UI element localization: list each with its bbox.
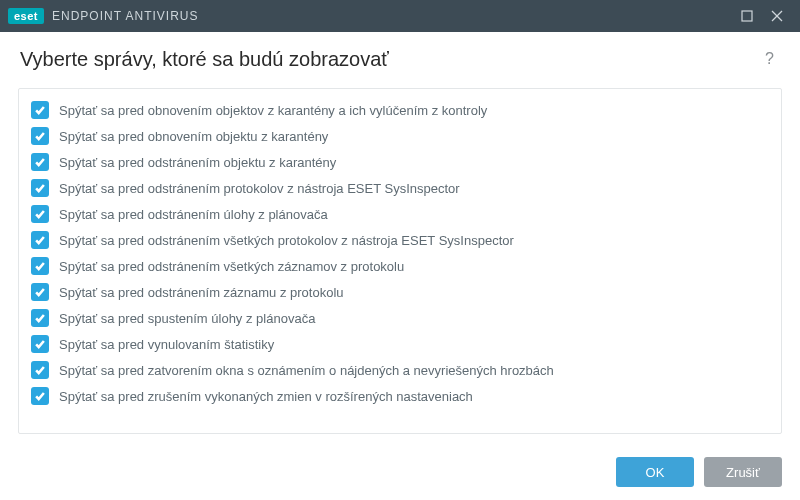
window-minimize-button[interactable] xyxy=(732,0,762,32)
check-icon xyxy=(34,182,46,194)
checkbox[interactable] xyxy=(31,283,49,301)
list-item-label: Spýtať sa pred obnovením objektov z kara… xyxy=(59,103,487,118)
check-icon xyxy=(34,260,46,272)
dialog-footer: OK Zrušiť xyxy=(0,444,800,500)
check-icon xyxy=(34,208,46,220)
checkbox[interactable] xyxy=(31,101,49,119)
check-icon xyxy=(34,390,46,402)
close-icon xyxy=(771,10,783,22)
checkbox[interactable] xyxy=(31,231,49,249)
checkbox[interactable] xyxy=(31,335,49,353)
check-icon xyxy=(34,364,46,376)
list-item: Spýtať sa pred odstránením objektu z kar… xyxy=(29,149,775,175)
check-icon xyxy=(34,234,46,246)
list-item: Spýtať sa pred odstránením všetkých zázn… xyxy=(29,253,775,279)
brand-text: ENDPOINT ANTIVIRUS xyxy=(52,9,198,23)
check-icon xyxy=(34,156,46,168)
titlebar: eset ENDPOINT ANTIVIRUS xyxy=(0,0,800,32)
list-item-label: Spýtať sa pred zatvorením okna s oznámen… xyxy=(59,363,554,378)
svg-rect-0 xyxy=(742,11,752,21)
list-item-label: Spýtať sa pred odstránením protokolov z … xyxy=(59,181,460,196)
message-list-frame: Spýtať sa pred obnovením objektov z kara… xyxy=(18,88,782,434)
list-item-label: Spýtať sa pred odstránením objektu z kar… xyxy=(59,155,336,170)
list-item: Spýtať sa pred obnovením objektov z kara… xyxy=(29,97,775,123)
list-item: Spýtať sa pred vynulovaním štatistiky xyxy=(29,331,775,357)
list-item: Spýtať sa pred zrušením vykonaných zmien… xyxy=(29,383,775,409)
check-icon xyxy=(34,104,46,116)
check-icon xyxy=(34,312,46,324)
message-list-scroll[interactable]: Spýtať sa pred obnovením objektov z kara… xyxy=(19,89,781,433)
list-item-label: Spýtať sa pred odstránením úlohy z pláno… xyxy=(59,207,328,222)
list-item: Spýtať sa pred obnovením objektu z karan… xyxy=(29,123,775,149)
check-icon xyxy=(34,286,46,298)
checkbox[interactable] xyxy=(31,309,49,327)
checkbox[interactable] xyxy=(31,387,49,405)
list-item-label: Spýtať sa pred odstránením všetkých zázn… xyxy=(59,259,404,274)
cancel-button[interactable]: Zrušiť xyxy=(704,457,782,487)
list-item-label: Spýtať sa pred odstránením záznamu z pro… xyxy=(59,285,344,300)
checkbox[interactable] xyxy=(31,205,49,223)
list-item: Spýtať sa pred spustením úlohy z plánova… xyxy=(29,305,775,331)
list-item-label: Spýtať sa pred obnovením objektu z karan… xyxy=(59,129,328,144)
ok-button[interactable]: OK xyxy=(616,457,694,487)
check-icon xyxy=(34,130,46,142)
dialog-header: Vyberte správy, ktoré sa budú zobrazovať… xyxy=(0,32,800,82)
list-item: Spýtať sa pred odstránením protokolov z … xyxy=(29,175,775,201)
checkbox[interactable] xyxy=(31,361,49,379)
check-icon xyxy=(34,338,46,350)
minimize-icon xyxy=(741,10,753,22)
dialog-title: Vyberte správy, ktoré sa budú zobrazovať xyxy=(20,48,389,71)
list-item: Spýtať sa pred odstránením všetkých prot… xyxy=(29,227,775,253)
checkbox[interactable] xyxy=(31,179,49,197)
window-close-button[interactable] xyxy=(762,0,792,32)
list-item: Spýtať sa pred odstránením záznamu z pro… xyxy=(29,279,775,305)
list-item-label: Spýtať sa pred vynulovaním štatistiky xyxy=(59,337,274,352)
help-button[interactable]: ? xyxy=(759,46,780,72)
brand-badge: eset xyxy=(8,8,44,24)
list-item: Spýtať sa pred zatvorením okna s oznámen… xyxy=(29,357,775,383)
checkbox[interactable] xyxy=(31,257,49,275)
checkbox[interactable] xyxy=(31,153,49,171)
list-item-label: Spýtať sa pred zrušením vykonaných zmien… xyxy=(59,389,473,404)
list-item: Spýtať sa pred odstránením úlohy z pláno… xyxy=(29,201,775,227)
list-item-label: Spýtať sa pred odstránením všetkých prot… xyxy=(59,233,514,248)
list-item-label: Spýtať sa pred spustením úlohy z plánova… xyxy=(59,311,315,326)
checkbox[interactable] xyxy=(31,127,49,145)
